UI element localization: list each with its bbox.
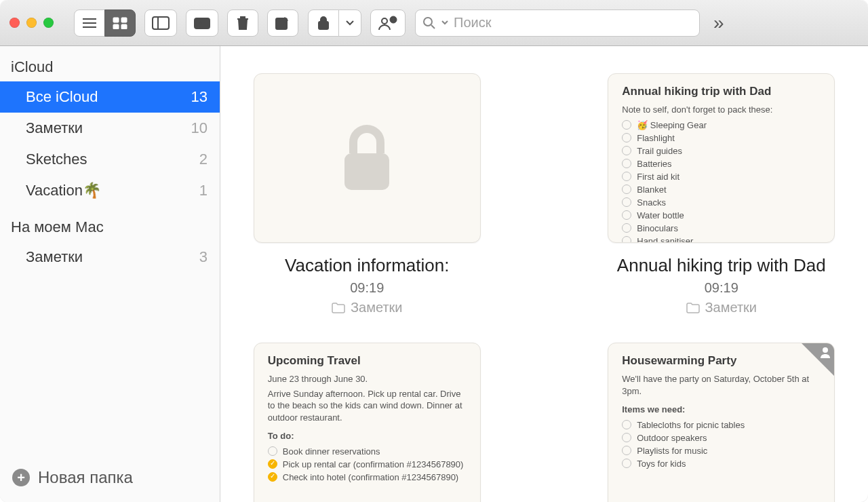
window-controls xyxy=(9,18,64,28)
note-tile[interactable]: Vacation information: 09:19 Заметки xyxy=(248,73,487,315)
sidebar-item-count: 3 xyxy=(199,248,208,266)
sidebar-item-all-icloud[interactable]: Все iCloud 13 xyxy=(0,81,220,113)
new-folder-button[interactable]: + Новая папка xyxy=(0,457,220,502)
toggle-sidebar-button[interactable] xyxy=(144,9,177,37)
minimize-window[interactable] xyxy=(26,18,37,28)
checkbox-icon xyxy=(622,120,631,130)
close-window[interactable] xyxy=(9,18,20,28)
checklist-item: Book dinner reservations xyxy=(268,445,467,458)
sidebar-item-count: 1 xyxy=(199,182,208,199)
checklist-item: Tablecloths for picnic tables xyxy=(622,419,821,431)
note-body: Arrive Sunday afternoon. Pick up rental … xyxy=(268,388,467,424)
checklist-text: Check into hotel (confirmation #12345678… xyxy=(283,472,458,482)
collaborate-button[interactable]: + xyxy=(370,9,406,37)
sidebar: iCloud Все iCloud 13 Заметки 10 Sketches… xyxy=(0,46,220,502)
checklist-text: Flashlight xyxy=(637,133,675,143)
sidebar-item-label: Sketches xyxy=(26,151,87,168)
sidebar-item-local-notes[interactable]: Заметки 3 xyxy=(0,242,220,273)
checklist-text: First aid kit xyxy=(637,172,679,182)
note-preview-locked xyxy=(254,73,481,243)
note-title: Annual hiking trip with Dad xyxy=(617,255,826,276)
checkbox-icon xyxy=(622,197,631,207)
note-tile[interactable]: Housewarming Party We'll have the party … xyxy=(602,343,842,502)
note-body: June 23 through June 30. xyxy=(268,373,467,385)
checklist-item: Binoculars xyxy=(622,222,821,235)
notes-gallery: Vacation information: 09:19 Заметки Annu… xyxy=(220,46,868,502)
compose-button[interactable] xyxy=(267,9,298,37)
checklist-item: Pick up rental car (confirmation #123456… xyxy=(268,458,467,471)
checklist-text: Binoculars xyxy=(637,223,678,233)
list-view-button[interactable] xyxy=(74,9,105,37)
checklist-item: 🥳 Sleeping Gear xyxy=(622,119,821,132)
checkbox-icon xyxy=(622,433,631,442)
sidebar-item-vacation[interactable]: Vacation🌴 1 xyxy=(0,175,220,206)
overflow-button[interactable]: » xyxy=(709,12,724,34)
svg-rect-11 xyxy=(319,22,328,29)
search-icon xyxy=(422,16,436,30)
checklist-text: Book dinner reservations xyxy=(283,446,380,457)
note-title: Vacation information: xyxy=(285,255,449,276)
note-folder: Заметки xyxy=(332,300,403,315)
checklist-item: Outdoor speakers xyxy=(622,431,821,444)
lock-menu-button[interactable] xyxy=(338,9,361,37)
note-lead: Note to self, don't forget to pack these… xyxy=(622,104,821,116)
delete-button[interactable] xyxy=(227,9,258,37)
checkbox-icon xyxy=(622,223,631,233)
zoom-window[interactable] xyxy=(43,18,54,28)
checklist-item: Blanket xyxy=(622,183,821,196)
toolbar: + » xyxy=(0,0,868,46)
checkbox-icon xyxy=(268,446,277,456)
sidebar-item-notes[interactable]: Заметки 10 xyxy=(0,113,220,144)
gallery-view-button[interactable] xyxy=(104,9,136,37)
sidebar-section-icloud: iCloud xyxy=(0,46,220,81)
checklist-text: Water bottle xyxy=(637,210,684,220)
note-tile[interactable]: Annual hiking trip with Dad Note to self… xyxy=(602,73,842,315)
lock-group xyxy=(308,9,361,37)
sidebar-item-label: Vacation🌴 xyxy=(26,182,101,199)
shared-badge xyxy=(802,343,834,376)
note-checklist: 🥳 Sleeping GearFlashlightTrail guidesBat… xyxy=(622,119,821,243)
svg-line-16 xyxy=(431,25,435,28)
note-tile[interactable]: Upcoming Travel June 23 through June 30.… xyxy=(248,343,487,502)
search-input[interactable] xyxy=(454,15,692,31)
note-heading: Housewarming Party xyxy=(622,354,821,368)
note-body: We'll have the party on Saturday, Octobe… xyxy=(622,373,821,397)
note-time: 09:19 xyxy=(705,280,738,296)
sidebar-item-sketches[interactable]: Sketches 2 xyxy=(0,144,220,175)
checkbox-icon xyxy=(622,236,631,243)
note-checklist: Tablecloths for picnic tablesOutdoor spe… xyxy=(622,419,821,470)
checkbox-icon xyxy=(622,146,631,155)
sidebar-item-label: Все iCloud xyxy=(26,88,98,106)
checklist-item: Hand sanitiser xyxy=(622,235,821,243)
checklist-item: Check into hotel (confirmation #12345678… xyxy=(268,471,467,484)
attach-button[interactable] xyxy=(186,9,218,37)
svg-rect-6 xyxy=(121,24,127,29)
checklist-text: Batteries xyxy=(637,159,671,169)
folder-icon xyxy=(686,303,700,313)
checklist-text: Tablecloths for picnic tables xyxy=(637,420,745,430)
note-heading: Upcoming Travel xyxy=(268,354,467,368)
checklist-text: Outdoor speakers xyxy=(637,433,707,443)
sidebar-item-count: 13 xyxy=(191,88,208,106)
svg-point-12 xyxy=(382,18,387,24)
checklist-text: Hand sanitiser xyxy=(637,236,693,243)
checklist-text: Snacks xyxy=(637,197,666,208)
checklist-text: Blanket xyxy=(637,185,666,195)
checkbox-icon xyxy=(268,472,277,482)
svg-rect-7 xyxy=(153,17,169,29)
plus-icon: + xyxy=(12,469,30,486)
chevron-down-icon xyxy=(441,20,448,26)
checklist-item: Flashlight xyxy=(622,132,821,144)
checklist-item: Snacks xyxy=(622,196,821,209)
svg-point-18 xyxy=(823,347,828,353)
main-area: iCloud Все iCloud 13 Заметки 10 Sketches… xyxy=(0,46,868,502)
sidebar-item-count: 10 xyxy=(191,119,208,137)
sidebar-section-onmymac: На моем Mac xyxy=(0,206,220,242)
note-preview: Housewarming Party We'll have the party … xyxy=(608,343,835,502)
lock-button[interactable] xyxy=(308,9,339,37)
lock-icon xyxy=(336,121,397,195)
search-field[interactable] xyxy=(415,9,700,37)
checkbox-icon xyxy=(622,172,631,181)
checklist-item: Playlists for music xyxy=(622,444,821,457)
svg-text:+: + xyxy=(392,17,395,23)
